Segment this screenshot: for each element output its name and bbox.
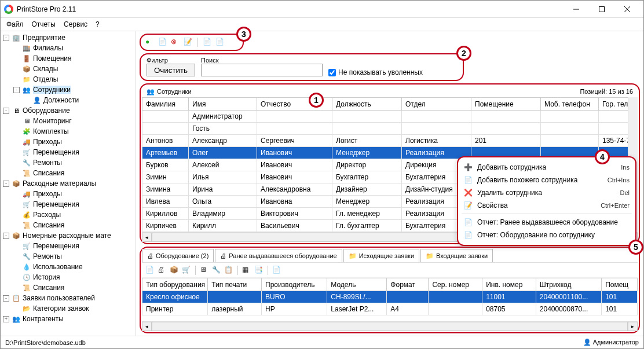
tree-item[interactable]: 🖥Мониторинг <box>1 116 136 126</box>
col-header[interactable]: Тип печати <box>208 278 262 291</box>
col-header[interactable]: Имя <box>189 98 257 111</box>
tb2-print-icon[interactable]: 🖨 <box>158 266 167 275</box>
col-header[interactable]: Тип оборудования <box>142 278 208 291</box>
report-icon-2[interactable]: 📄 <box>215 38 225 47</box>
tb2-icon-7[interactable]: 📋 <box>224 266 233 275</box>
cell: Зимин <box>142 171 189 183</box>
col-header[interactable]: Сер. номер <box>429 278 482 291</box>
hscroll2[interactable]: ◂▸ <box>142 321 638 331</box>
search-input[interactable] <box>201 64 323 76</box>
tree-item[interactable]: 📂Категории заявок <box>1 303 136 314</box>
tree-item[interactable]: 📜Списания <box>1 220 136 230</box>
col-header[interactable]: Формат <box>387 278 429 291</box>
report-icon-1[interactable]: 📄 <box>203 38 212 47</box>
menu-help[interactable]: ? <box>96 20 100 28</box>
tree-item[interactable]: 📜Списания <box>1 168 136 178</box>
tree-item[interactable]: -🖥Оборудование <box>1 105 136 116</box>
context-menu[interactable]: ➕Добавить сотрудникаIns📄Добавить похожег… <box>457 156 636 246</box>
col-header[interactable]: Моб. телефон <box>541 98 599 111</box>
tree-icon: 🚚 <box>22 137 31 146</box>
tab-icon: 📁 <box>426 252 434 260</box>
col-header[interactable]: Модель <box>327 278 387 291</box>
context-menu-item[interactable]: ➕Добавить сотрудникаIns <box>458 161 635 174</box>
tab[interactable]: 🖨Ранее выдававшееся оборудование <box>215 249 342 262</box>
menu-service[interactable]: Сервис <box>64 20 87 28</box>
table-row[interactable]: Кресло офисноеBUROCH-899SL/...1100120400… <box>142 291 638 303</box>
tb2-icon-6[interactable]: 🔧 <box>212 266 221 275</box>
tree-item[interactable]: 🚪Помещения <box>1 53 136 64</box>
col-header[interactable]: Штрихкод <box>536 278 601 291</box>
tree-item[interactable]: 🛒Перемещения <box>1 147 136 157</box>
tb2-cart-icon[interactable]: 🛒 <box>182 266 191 275</box>
close-button[interactable] <box>614 1 640 17</box>
tree-item[interactable]: 💰Расходы <box>1 210 136 220</box>
tab-label: Входящие заявки <box>436 252 488 259</box>
col-header[interactable]: Помещение <box>471 98 541 111</box>
minimize-button[interactable] <box>564 1 589 17</box>
copy-icon[interactable]: 📄 <box>158 38 167 47</box>
context-menu-item[interactable]: ❌Удалить сотрудникаDel <box>458 186 635 199</box>
tree-item[interactable]: 👤Должности <box>1 95 136 105</box>
tb2-icon-5[interactable]: 🖥 <box>200 266 209 275</box>
context-menu-item[interactable]: 📝СвойстваCtrl+Enter <box>458 199 635 212</box>
tab[interactable]: 📁Исходящие заявки <box>343 249 419 262</box>
tab[interactable]: 🖨Оборудование (2) <box>142 249 214 262</box>
tree-item[interactable]: -📋Заявки пользователей <box>1 293 136 303</box>
cell: Гость <box>189 123 257 135</box>
tree-item[interactable]: 📁Отделы <box>1 74 136 85</box>
tree-item[interactable]: -📦Номерные расходные мате <box>1 230 136 241</box>
table-row[interactable]: Гость <box>142 123 628 135</box>
tree-item[interactable]: -👥Сотрудники <box>1 85 136 95</box>
tree-item[interactable]: 💧Использование <box>1 262 136 272</box>
add-icon[interactable]: ● <box>145 38 155 47</box>
table-row[interactable]: Администратор <box>142 111 628 123</box>
tb2-action-icon[interactable]: 📦 <box>170 266 179 275</box>
tab[interactable]: 📁Входящие заявки <box>420 249 493 262</box>
tree-item[interactable]: 📦Склады <box>1 64 136 74</box>
tb2-icon-9[interactable]: 📑 <box>254 266 264 275</box>
tab-label: Ранее выдававшееся оборудование <box>229 252 336 259</box>
context-menu-item[interactable]: 📄Добавить похожего сотрудникаCtrl+Ins <box>458 174 635 186</box>
context-menu-item[interactable]: 📄Отчет: Ранее выдававшееся оборудование <box>458 216 635 229</box>
hide-fired-checkbox[interactable]: Не показывать уволенных <box>328 68 423 76</box>
tree-item[interactable]: -📦Расходные материалы <box>1 178 136 189</box>
tb2-add-icon[interactable]: 📄 <box>145 266 155 275</box>
tb2-icon-10[interactable]: 📄 <box>272 266 281 275</box>
col-header[interactable]: Отдел <box>402 98 471 111</box>
tree-item[interactable]: 🧩Комплекты <box>1 126 136 137</box>
col-header[interactable]: Производитель <box>262 278 327 291</box>
col-header[interactable]: Должность <box>332 98 402 111</box>
tree-item[interactable]: 🏬Филиалы <box>1 43 136 53</box>
tb2-icon-8[interactable]: ▦ <box>242 266 251 275</box>
delete-icon[interactable]: ⊗ <box>171 38 180 47</box>
edit-icon[interactable]: 📝 <box>184 38 193 47</box>
cell: Ивлева <box>142 196 189 208</box>
table-row[interactable]: АнтоновАлександрСергеевичЛогистЛогистика… <box>142 135 628 147</box>
tree-item[interactable]: +👥Контрагенты <box>1 314 136 324</box>
tree-item[interactable]: 🚚Приходы <box>1 189 136 199</box>
maximize-button[interactable] <box>589 1 614 17</box>
tree-item[interactable]: 🕓История <box>1 272 136 282</box>
cell: Принтер <box>142 303 208 315</box>
tree-item[interactable]: 🛒Перемещения <box>1 241 136 251</box>
tree-item[interactable]: -🏢Предприятие <box>1 32 136 43</box>
equipment-table[interactable]: Тип оборудованияТип печатиПроизводительМ… <box>142 278 638 315</box>
menu-file[interactable]: Файл <box>6 20 24 28</box>
col-header[interactable]: Гор. телефон <box>599 98 628 111</box>
tree-item[interactable]: 🚚Приходы <box>1 137 136 147</box>
tree-item[interactable]: 🔧Ремонты <box>1 251 136 262</box>
context-menu-item[interactable]: 📄Отчет: Оборудование по сотруднику <box>458 229 635 241</box>
col-header[interactable]: Инв. номер <box>482 278 536 291</box>
tree-item[interactable]: 📜Списания <box>1 282 136 293</box>
menu-reports[interactable]: Отчеты <box>32 20 56 28</box>
tree-item[interactable]: 🛒Перемещения <box>1 199 136 210</box>
clear-filter-button[interactable]: Очистить <box>147 64 195 76</box>
hide-fired-check-input[interactable] <box>328 69 336 76</box>
tree-item[interactable]: 🔧Ремонты <box>1 157 136 168</box>
col-header[interactable]: Помещ <box>602 278 638 291</box>
col-header[interactable]: Фамилия <box>142 98 189 111</box>
table-row[interactable]: ПринтерлазерныйHPLaserJet P2...A40870520… <box>142 303 638 315</box>
detail-tabs[interactable]: 🖨Оборудование (2)🖨Ранее выдававшееся обо… <box>142 249 638 263</box>
tree-icon: 👤 <box>32 95 42 105</box>
sidebar-tree[interactable]: -🏢Предприятие🏬Филиалы🚪Помещения📦Склады📁О… <box>1 31 136 336</box>
